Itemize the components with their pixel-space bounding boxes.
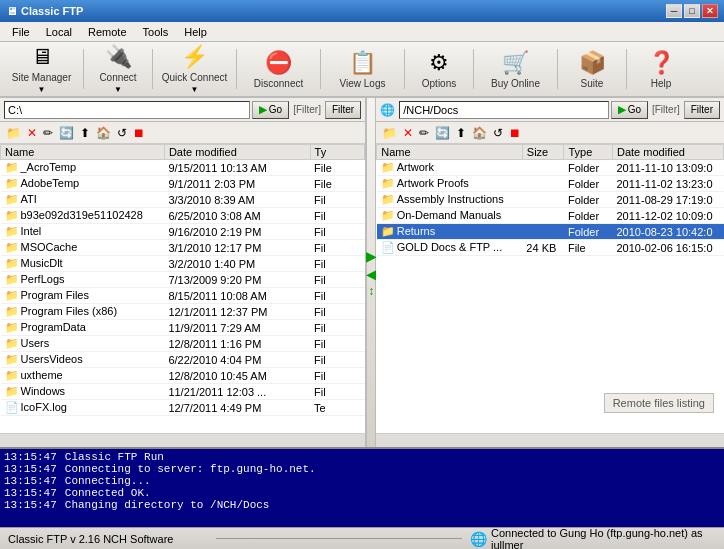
toolbar-btn-site-manager[interactable]: 🖥Site Manager▼ [4,44,79,94]
close-button[interactable]: ✕ [702,4,718,18]
local-rename-btn[interactable]: ✏ [41,125,55,141]
folder-icon: 📁 [5,241,19,253]
menu-item-file[interactable]: File [4,24,38,40]
local-file-row[interactable]: 📁MusicDlt3/2/2010 1:40 PMFil [1,256,365,272]
maximize-button[interactable]: □ [684,4,700,18]
toolbar-divider-6 [473,49,474,89]
local-col-type[interactable]: Ty [310,145,365,160]
menu-item-local[interactable]: Local [38,24,80,40]
local-new-folder-btn[interactable]: 📁 [4,125,23,141]
local-file-row[interactable]: 📄IcoFX.log12/7/2011 4:49 PMTe [1,400,365,416]
remote-stop-btn[interactable]: ⏹ [507,125,523,141]
options-icon: ⚙ [429,50,449,76]
remote-col-name[interactable]: Name [377,145,523,160]
local-file-row[interactable]: 📁_AcroTemp9/15/2011 10:13 AMFile [1,160,365,176]
remote-reload2-btn[interactable]: ↺ [491,125,505,141]
folder-icon: 📁 [381,209,395,221]
local-hscroll[interactable] [0,435,365,447]
folder-icon: 📁 [5,161,19,173]
local-file-row[interactable]: 📁ATI3/3/2010 8:39 AMFil [1,192,365,208]
local-file-row[interactable]: 📁Program Files8/15/2011 10:08 AMFil [1,288,365,304]
local-file-row[interactable]: 📁b93e092d319e511024286/25/2010 3:08 AMFi… [1,208,365,224]
local-go-button[interactable]: ▶ Go [252,101,289,119]
local-file-row[interactable]: 📁PerfLogs7/13/2009 9:20 PMFil [1,272,365,288]
remote-filter-button[interactable]: Filter [684,101,720,119]
local-file-date: 12/1/2011 12:37 PM [164,304,310,320]
log-message: Changing directory to /NCH/Docs [65,499,270,511]
toolbar-btn-help[interactable]: ❓Help [631,44,691,94]
local-file-date: 6/25/2010 3:08 AM [164,208,310,224]
toolbar-btn-disconnect[interactable]: ⛔Disconnect [241,44,316,94]
toolbar-btn-options[interactable]: ⚙Options [409,44,469,94]
pane-splitter[interactable]: ▶ ◀ ↕ [366,98,376,447]
transfer-left-btn[interactable]: ◀ [366,267,377,281]
local-col-name[interactable]: Name [1,145,165,160]
local-address-input[interactable] [4,101,250,119]
remote-col-type[interactable]: Type [564,145,613,160]
local-file-type: Fil [310,320,365,336]
toolbar: 🖥Site Manager▼🔌Connect▼⚡Quick Connect▼⛔D… [0,42,724,98]
local-file-name: 📁Program Files [1,288,165,304]
remote-file-row[interactable]: 📁Artwork ProofsFolder2011-11-02 13:23:0 [377,176,724,192]
remote-go-button[interactable]: ▶ Go [611,101,648,119]
remote-hscroll[interactable] [376,435,724,447]
remote-file-date: 2011-11-10 13:09:0 [613,160,724,176]
toolbar-btn-quick-connect[interactable]: ⚡Quick Connect▼ [157,44,232,94]
local-delete-btn[interactable]: ✕ [25,125,39,141]
toolbar-divider-2 [152,49,153,89]
local-file-row[interactable]: 📁Windows11/21/2011 12:03 ...Fil [1,384,365,400]
remote-up-btn[interactable]: ⬆ [454,125,468,141]
transfer-right-btn[interactable]: ▶ [366,249,377,263]
log-message: Connected OK. [65,487,151,499]
local-stop-btn[interactable]: ⏹ [131,125,147,141]
remote-file-row[interactable]: 📁ArtworkFolder2011-11-10 13:09:0 [377,160,724,176]
remote-file-row[interactable]: 📁ReturnsFolder2010-08-23 10:42:0 [377,224,724,240]
local-file-row[interactable]: 📁ProgramData11/9/2011 7:29 AMFil [1,320,365,336]
local-col-date[interactable]: Date modified [164,145,310,160]
local-file-row[interactable]: 📁Program Files (x86)12/1/2011 12:37 PMFi… [1,304,365,320]
toolbar-btn-suite[interactable]: 📦Suite [562,44,622,94]
local-file-name: 📁Program Files (x86) [1,304,165,320]
sync-btn[interactable]: ↕ [368,285,374,297]
local-file-date: 9/15/2011 10:13 AM [164,160,310,176]
local-reload2-btn[interactable]: ↺ [115,125,129,141]
local-up-btn[interactable]: ⬆ [78,125,92,141]
menu-item-tools[interactable]: Tools [135,24,177,40]
local-file-row[interactable]: 📁Intel9/16/2010 2:19 PMFil [1,224,365,240]
remote-col-size[interactable]: Size [522,145,564,160]
local-refresh-btn[interactable]: 🔄 [57,125,76,141]
remote-address-input[interactable] [399,101,608,119]
remote-file-row[interactable]: 📄GOLD Docs & FTP ...24 KBFile2010-02-06 … [377,240,724,256]
remote-file-type: Folder [564,192,613,208]
file-icon: 📄 [381,241,395,253]
menu-item-remote[interactable]: Remote [80,24,135,40]
local-file-row[interactable]: 📁MSOCache3/1/2010 12:17 PMFil [1,240,365,256]
local-file-list: Name Date modified Ty 📁_AcroTemp9/15/201… [0,144,365,433]
toolbar-btn-connect[interactable]: 🔌Connect▼ [88,44,148,94]
toolbar-btn-buy-online[interactable]: 🛒Buy Online [478,44,553,94]
remote-file-row[interactable]: 📁Assembly InstructionsFolder2011-08-29 1… [377,192,724,208]
local-filter-button[interactable]: Filter [325,101,361,119]
remote-file-size [522,160,564,176]
local-pane-footer [0,433,365,447]
menu-item-help[interactable]: Help [176,24,215,40]
remote-rename-btn[interactable]: ✏ [417,125,431,141]
local-file-row[interactable]: 📁Users12/8/2011 1:16 PMFil [1,336,365,352]
remote-pane-footer [376,433,724,447]
remote-file-row[interactable]: 📁On-Demand ManualsFolder2011-12-02 10:09… [377,208,724,224]
remote-go-label: Go [628,104,641,115]
remote-listing-label: Remote files listing [604,393,714,413]
quick-connect-dropdown-icon: ▼ [191,85,199,94]
local-file-row[interactable]: 📁uxtheme12/8/2010 10:45 AMFil [1,368,365,384]
local-file-row[interactable]: 📁UsersVideos6/22/2010 4:04 PMFil [1,352,365,368]
toolbar-btn-view-logs[interactable]: 📋View Logs [325,44,400,94]
local-home-btn[interactable]: 🏠 [94,125,113,141]
remote-home-btn[interactable]: 🏠 [470,125,489,141]
remote-refresh-btn[interactable]: 🔄 [433,125,452,141]
local-file-row[interactable]: 📁AdobeTemp9/1/2011 2:03 PMFile [1,176,365,192]
remote-delete-btn[interactable]: ✕ [401,125,415,141]
remote-new-folder-btn[interactable]: 📁 [380,125,399,141]
remote-col-date[interactable]: Date modified [613,145,724,160]
minimize-button[interactable]: ─ [666,4,682,18]
remote-file-date: 2011-12-02 10:09:0 [613,208,724,224]
